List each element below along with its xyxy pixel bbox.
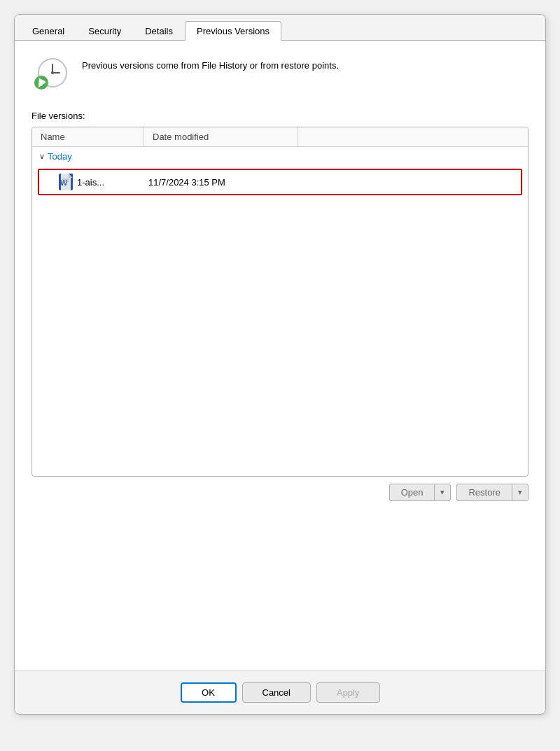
svg-text:W: W [60, 178, 68, 187]
apply-button[interactable]: Apply [316, 682, 380, 703]
file-versions-label: File versions: [31, 111, 528, 121]
clock-history-icon: ↙ [31, 55, 71, 94]
list-header: Name Date modified [32, 127, 528, 147]
file-versions-listbox[interactable]: Name Date modified ∨ Today W [31, 127, 528, 477]
info-row: ↙ Previous versions come from File Histo… [31, 55, 528, 94]
group-today[interactable]: ∨ Today [32, 147, 528, 166]
svg-text:↙: ↙ [38, 78, 46, 88]
tab-previous-versions[interactable]: Previous Versions [185, 21, 281, 41]
tab-general[interactable]: General [20, 21, 76, 41]
svg-point-4 [51, 71, 54, 74]
restore-button[interactable]: Restore [456, 484, 512, 501]
tab-bar: General Security Details Previous Versio… [15, 15, 545, 41]
table-row[interactable]: W 1-ais... 11/7/2024 3:15 PM [38, 169, 522, 195]
open-dropdown-button[interactable]: ▾ [434, 484, 451, 501]
ok-button[interactable]: OK [181, 682, 237, 703]
restore-dropdown-button[interactable]: ▾ [512, 484, 528, 501]
cancel-button[interactable]: Cancel [242, 682, 311, 703]
col-date: Date modified [144, 127, 298, 146]
tab-security[interactable]: Security [76, 21, 133, 41]
properties-dialog: General Security Details Previous Versio… [14, 14, 546, 715]
footer-row: OK Cancel Apply [15, 671, 545, 714]
tab-details[interactable]: Details [133, 21, 185, 41]
open-button[interactable]: Open [389, 484, 435, 501]
col-extra [298, 127, 528, 146]
tab-content-previous-versions: ↙ Previous versions come from File Histo… [15, 41, 545, 671]
action-row: Open ▾ Restore ▾ [31, 477, 528, 505]
file-name: 1-ais... [77, 177, 133, 188]
file-date: 11/7/2024 3:15 PM [148, 177, 225, 188]
info-text: Previous versions come from File History… [82, 55, 339, 73]
word-file-icon: W [59, 174, 73, 190]
col-name: Name [32, 127, 144, 146]
chevron-down-icon: ∨ [39, 152, 45, 161]
group-label: Today [48, 151, 72, 162]
open-split-button[interactable]: Open ▾ [389, 484, 451, 501]
restore-split-button[interactable]: Restore ▾ [456, 484, 528, 501]
